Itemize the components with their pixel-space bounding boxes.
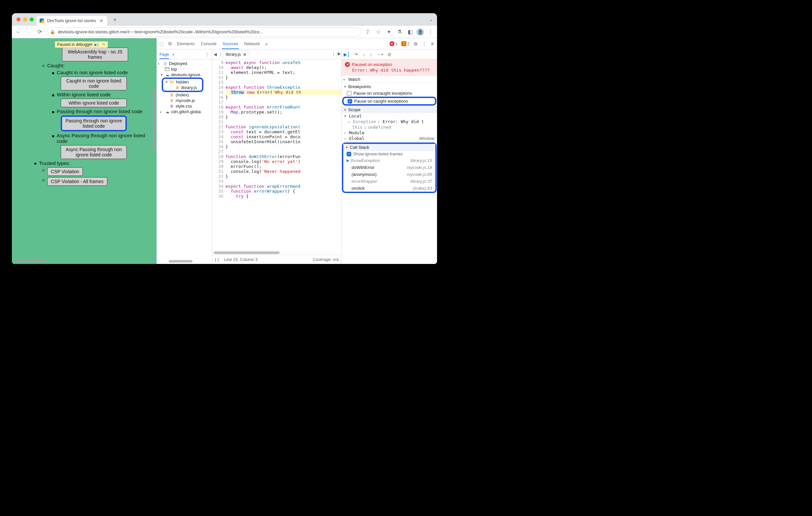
breakpoints-header[interactable]: ▼Breakpoints (342, 83, 437, 90)
close-devtools-button[interactable]: ✕ (430, 41, 434, 47)
tab-page[interactable]: Page (160, 50, 169, 59)
reload-button[interactable]: ⟳ (36, 28, 44, 36)
navigator-menu-button[interactable]: ⋮ (205, 52, 209, 57)
device-toggle-button[interactable]: ⧉ (168, 41, 172, 47)
nav-back-button[interactable]: ◀⎹ (213, 52, 220, 57)
step-over-icon[interactable]: ↷ (101, 42, 106, 47)
wasm-trap-button[interactable]: WebAssembly trap - no JS frames (62, 48, 128, 61)
more-tabs-button[interactable]: » (172, 52, 175, 57)
async-passing-button[interactable]: Async Passing through non ignore listed … (61, 145, 127, 159)
tree-style-file[interactable]: 🗎style.css (157, 103, 211, 109)
tree-scrollbar-horizontal[interactable] (169, 260, 193, 263)
call-stack-frame[interactable]: onclick(index):83 (343, 185, 435, 192)
checkbox-checked[interactable]: ✓ (347, 152, 351, 156)
bullet-icon (42, 65, 45, 67)
close-window-button[interactable] (17, 18, 21, 22)
warning-icon: ! (401, 41, 406, 46)
tab-console[interactable]: Console (200, 38, 217, 49)
call-stack-frame[interactable]: doWithErrormycode.js:18 (343, 164, 435, 171)
checkbox-unchecked[interactable] (347, 91, 351, 96)
forward-button[interactable]: → (25, 28, 33, 36)
minimize-window-button[interactable] (23, 18, 27, 22)
deactivate-breakpoints-button[interactable]: ⊘ (387, 52, 392, 57)
browser-menu-button[interactable]: ⋮ (427, 28, 434, 36)
nav-fwd-button[interactable]: ⎸▶ (334, 52, 340, 57)
tabs-dropdown-button[interactable]: ⌄ (429, 17, 434, 22)
csp-violation-all-button[interactable]: CSP Violation - All frames (47, 177, 107, 186)
csp-violation-button[interactable]: CSP Violation (47, 167, 83, 176)
devtools-menu-button[interactable]: ⋮ (422, 41, 427, 47)
window-controls (14, 18, 34, 22)
bullet-icon (52, 72, 54, 74)
close-tab-icon[interactable]: ✕ (243, 52, 246, 57)
sources-navigator: Page » ⋮ ▸⎙Deployed top ▼☁devtools-ignor… (157, 50, 212, 264)
call-stack-frame[interactable]: (anonymous)mycode.js:89 (343, 171, 435, 178)
new-tab-button[interactable]: ＋ (110, 16, 120, 24)
more-tabs-button[interactable]: » (265, 41, 268, 47)
maximize-window-button[interactable] (30, 18, 34, 22)
editor-tab-library[interactable]: library.js ✕ (223, 51, 250, 58)
tab-network[interactable]: Network (243, 38, 261, 49)
tree-hidden-folder[interactable]: ▼📁hidden (163, 79, 202, 85)
call-stack-header[interactable]: ▼Call Stack (343, 144, 435, 151)
call-stack-frame[interactable]: ▶throwExceptionlibrary.js:15 (343, 157, 435, 164)
tree-domain[interactable]: ▼☁devtools-ignore (157, 72, 211, 78)
show-ignore-listed-row[interactable]: ✓Show ignore-listed frames (343, 151, 435, 157)
share-button[interactable]: ⤴ (364, 28, 372, 36)
scope-exception[interactable]: ▸Exception: Error: Why did t (343, 119, 436, 124)
within-ignore-button[interactable]: Within ignore listed code (61, 99, 127, 107)
page-viewport: Paused in debugger ▶⎮ ↷ WebAssembly trap… (12, 38, 157, 264)
settings-button[interactable]: ⚙ (414, 41, 418, 47)
pause-title: Paused on exception (352, 62, 392, 67)
tab-sources[interactable]: Sources (222, 38, 239, 49)
error-icon: ✕ (345, 62, 350, 67)
devtools-tabs: ⬚ ⧉ Elements Console Sources Network » ✕… (157, 38, 437, 50)
call-stack-frame[interactable]: errorWrapperlibrary.js:37 (343, 178, 435, 185)
pause-caught-row[interactable]: ✓Pause on caught exceptions (344, 98, 435, 104)
bullet-icon (52, 94, 54, 96)
browser-tab[interactable]: DevTools ignore list stories ✕ (36, 16, 107, 26)
main-area: Paused in debugger ▶⎮ ↷ WebAssembly trap… (12, 38, 437, 264)
address-bar[interactable]: 🔒 devtools-ignore-list-stories.glitch.me… (46, 27, 361, 37)
scope-global[interactable]: ▸GlobalWindow (343, 135, 436, 141)
scope-local[interactable]: ▼Local (343, 113, 436, 119)
page-scrollbar-vertical[interactable] (153, 88, 156, 150)
tree-mycode-file[interactable]: 🗎mycode.js (157, 98, 211, 103)
errors-count[interactable]: ✕1 (389, 41, 398, 46)
step-into-button[interactable]: ↓ (363, 52, 365, 57)
tree-top[interactable]: top (157, 66, 211, 72)
inspect-element-button[interactable]: ⬚ (160, 41, 164, 47)
page-scrollbar-horizontal[interactable] (17, 259, 45, 262)
step-button[interactable]: →• (377, 52, 383, 57)
tab-elements[interactable]: Elements (176, 38, 195, 49)
tree-index-file[interactable]: 🗎(index) (157, 92, 211, 98)
bookmark-button[interactable]: ☆ (374, 28, 382, 36)
labs-button[interactable]: ⚗ (396, 28, 403, 36)
scope-this[interactable]: this: undefined (343, 124, 436, 130)
side-panel-button[interactable]: ◧ (406, 28, 414, 36)
tree-deployed[interactable]: ▸⎙Deployed (157, 61, 211, 66)
tree-cdn[interactable]: ▸☁cdn.glitch.globa (157, 109, 211, 115)
lock-icon: 🔒 (50, 29, 55, 34)
checkbox-checked[interactable]: ✓ (348, 99, 352, 103)
resume-icon[interactable]: ▶⎮ (94, 42, 99, 47)
step-over-button[interactable]: ↷ (354, 52, 358, 57)
warnings-count[interactable]: !2 (401, 41, 410, 46)
scope-module[interactable]: ▸Module (343, 130, 436, 135)
caught-non-ignore-button[interactable]: Caught in non ignore listed code (61, 77, 127, 90)
code-area[interactable]: 9101112131415161718192021222324252627282… (212, 59, 341, 255)
back-button[interactable]: ← (14, 28, 23, 36)
pause-uncaught-row[interactable]: Pause on uncaught exceptions (342, 90, 437, 96)
tree-library-file[interactable]: 🗎library.js (163, 85, 202, 90)
watch-header[interactable]: ▸Watch (342, 76, 437, 83)
scope-header[interactable]: ▼Scope (342, 106, 437, 113)
profile-avatar[interactable]: 👤 (416, 28, 424, 36)
step-out-button[interactable]: ↑ (370, 52, 372, 57)
coverage-text: Coverage: n/a (313, 257, 339, 262)
format-button[interactable]: { } (215, 257, 219, 262)
editor-scrollbar-horizontal[interactable] (213, 251, 280, 254)
resume-button[interactable]: ▶⎮ (344, 52, 350, 57)
extensions-button[interactable]: ✦ (385, 28, 393, 36)
close-tab-button[interactable]: ✕ (99, 18, 104, 24)
passing-through-button[interactable]: Passing through non ignore listed code (61, 116, 127, 131)
